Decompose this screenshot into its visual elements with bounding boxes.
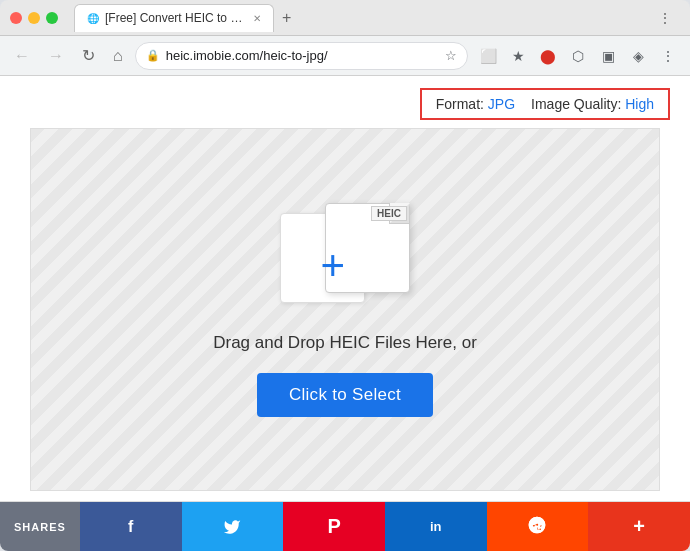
reddit-icon — [527, 515, 547, 539]
heic-badge: HEIC — [371, 206, 407, 221]
reddit-button[interactable] — [487, 502, 589, 551]
linkedin-button[interactable]: in — [385, 502, 487, 551]
browser-frame: 🌐 [Free] Convert HEIC to JPG/PN... ✕ + ⋮… — [0, 0, 690, 551]
facebook-icon: f — [128, 518, 133, 536]
close-button[interactable] — [10, 12, 22, 24]
format-box: Format: JPG Image Quality: High — [420, 88, 670, 120]
active-tab[interactable]: 🌐 [Free] Convert HEIC to JPG/PN... ✕ — [74, 4, 274, 32]
facebook-button[interactable]: f — [80, 502, 182, 551]
quality-label: Image Quality: High — [531, 96, 654, 112]
minimize-button[interactable] — [28, 12, 40, 24]
address-icons: ☆ — [445, 48, 457, 63]
main-content: Format: JPG Image Quality: High HEIC — [0, 76, 690, 501]
twitter-icon — [223, 518, 241, 536]
back-button[interactable]: ← — [8, 44, 36, 68]
tab-close-button[interactable]: ✕ — [253, 13, 261, 24]
social-bar: SHARES f P in + — [0, 501, 690, 551]
plus-icon: + — [320, 245, 345, 287]
cast-icon[interactable]: ⬜ — [474, 42, 502, 70]
title-bar: 🌐 [Free] Convert HEIC to JPG/PN... ✕ + ⋮ — [0, 0, 690, 36]
twitter-button[interactable] — [182, 502, 284, 551]
more-icon: + — [633, 515, 645, 538]
social-icons: f P in + — [80, 502, 690, 551]
nav-bar: ← → ↻ ⌂ 🔒 heic.imobie.com/heic-to-jpg/ ☆… — [0, 36, 690, 76]
extensions-puzzle-icon[interactable]: ★ — [504, 42, 532, 70]
drag-drop-text: Drag and Drop HEIC Files Here, or — [213, 333, 477, 353]
format-label-text: Format: — [436, 96, 484, 112]
pinterest-button[interactable]: P — [283, 502, 385, 551]
address-text: heic.imobie.com/heic-to-jpg/ — [166, 48, 439, 63]
select-files-button[interactable]: Click to Select — [257, 373, 433, 417]
tab-bar: 🌐 [Free] Convert HEIC to JPG/PN... ✕ + — [66, 4, 642, 32]
tab-title: [Free] Convert HEIC to JPG/PN... — [105, 11, 245, 25]
new-tab-button[interactable]: + — [274, 9, 299, 27]
quality-label-text: Image Quality: — [531, 96, 621, 112]
file-icons: HEIC + — [280, 203, 410, 313]
tab-favicon: 🌐 — [87, 13, 99, 24]
home-button[interactable]: ⌂ — [107, 44, 129, 68]
puzzle-icon[interactable]: ⬡ — [564, 42, 592, 70]
fullscreen-button[interactable] — [46, 12, 58, 24]
lock-icon: 🔒 — [146, 49, 160, 62]
reload-button[interactable]: ↻ — [76, 44, 101, 68]
traffic-lights — [10, 12, 58, 24]
format-bar: Format: JPG Image Quality: High — [0, 76, 690, 128]
format-label: Format: JPG — [436, 96, 515, 112]
quality-value[interactable]: High — [625, 96, 654, 112]
sidebar-icon[interactable]: ▣ — [594, 42, 622, 70]
more-social-button[interactable]: + — [588, 502, 690, 551]
forward-button[interactable]: → — [42, 44, 70, 68]
pinterest-icon: P — [327, 515, 340, 538]
format-value[interactable]: JPG — [488, 96, 515, 112]
profile-icon[interactable]: ◈ — [624, 42, 652, 70]
upload-area[interactable]: HEIC + Drag and Drop HEIC Files Here, or… — [30, 128, 660, 491]
shares-label: SHARES — [0, 502, 80, 551]
more-tabs-button[interactable]: ⋮ — [650, 10, 680, 26]
upload-content: HEIC + Drag and Drop HEIC Files Here, or… — [213, 203, 477, 417]
bookmark-icon[interactable]: ☆ — [445, 48, 457, 63]
address-bar[interactable]: 🔒 heic.imobie.com/heic-to-jpg/ ☆ — [135, 42, 468, 70]
security-icon[interactable]: ⬤ — [534, 42, 562, 70]
browser-icons: ⬜ ★ ⬤ ⬡ ▣ ◈ ⋮ — [474, 42, 682, 70]
linkedin-icon: in — [430, 519, 442, 534]
menu-icon[interactable]: ⋮ — [654, 42, 682, 70]
